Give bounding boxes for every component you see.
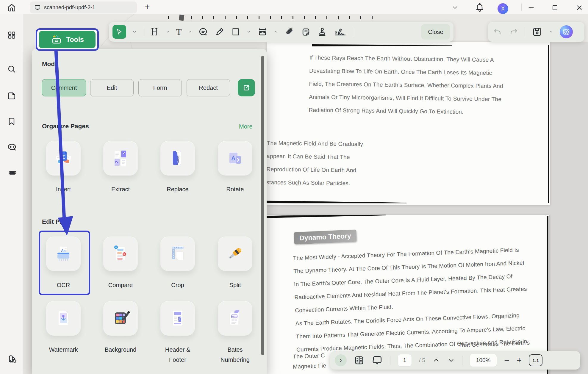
extract-icon	[111, 149, 130, 168]
edit-section-title: Edit PDF	[42, 218, 68, 225]
rotate-icon: A	[226, 149, 245, 168]
organize-section-title: Organize Pages	[42, 123, 89, 130]
scan-edge-mark	[179, 15, 184, 21]
tile-extract[interactable]	[103, 141, 138, 176]
divider	[353, 27, 353, 36]
tile-background[interactable]	[103, 301, 138, 336]
mode-form-button[interactable]: Form	[138, 79, 182, 96]
redo-icon[interactable]	[509, 27, 518, 37]
undo-icon[interactable]	[493, 27, 502, 37]
tile-watermark[interactable]	[46, 301, 81, 336]
avatar[interactable]: X	[498, 3, 508, 14]
comments-icon[interactable]	[7, 142, 17, 152]
actual-size-button[interactable]: 1:1	[529, 354, 542, 366]
tools-button[interactable]: Tools	[39, 31, 96, 48]
stamp-tool-icon[interactable]	[317, 27, 327, 37]
pencil-tool-icon[interactable]	[215, 27, 225, 37]
tile-bates-numbering[interactable]: 000123	[218, 301, 252, 336]
notification-bell-icon[interactable]	[475, 2, 484, 12]
page1-paragraph: If These Rays Reach The Earth Without Ob…	[309, 51, 503, 119]
page-number-input[interactable]: 1	[398, 354, 412, 367]
select-tool-button[interactable]	[112, 25, 126, 39]
attachments-icon[interactable]	[7, 168, 17, 179]
apps-grid-icon[interactable]	[7, 30, 16, 40]
shape-tool-icon[interactable]	[231, 27, 240, 37]
close-window-icon[interactable]	[576, 4, 583, 12]
chevron-down-icon[interactable]	[132, 30, 137, 34]
zoom-level-button[interactable]: 100%	[470, 354, 497, 367]
organize-more-link[interactable]: More	[239, 123, 253, 130]
cursor-arrow-icon	[115, 28, 123, 36]
text-tool-button[interactable]: T	[176, 27, 182, 37]
expand-panel-button[interactable]: ›	[335, 354, 347, 366]
tile-insert[interactable]	[46, 141, 81, 176]
zoom-out-button[interactable]: −	[504, 355, 509, 365]
attachment-tool-icon[interactable]	[284, 27, 295, 37]
tile-label: Rotate	[212, 184, 258, 194]
title-bar: scanned-pdf-updf-2-1 + X	[0, 0, 588, 14]
scan-edge	[312, 44, 452, 46]
heading-icon	[149, 27, 159, 37]
scan-edge-ticks	[168, 16, 374, 19]
chevron-down-icon[interactable]	[188, 30, 192, 34]
next-page-icon[interactable]	[447, 356, 455, 364]
chevron-down-icon[interactable]	[274, 30, 278, 34]
search-icon[interactable]	[7, 64, 16, 74]
document-tab[interactable]: scanned-pdf-updf-2-1	[30, 1, 137, 13]
tile-label: Insert	[40, 184, 87, 194]
comment-tool-icon[interactable]	[198, 27, 208, 37]
previous-page-icon[interactable]	[432, 356, 440, 364]
tile-split[interactable]	[218, 237, 252, 271]
chevron-down-icon[interactable]	[166, 30, 170, 34]
page2-paragraph: The Most Widely - Accepted Theory For Th…	[293, 243, 529, 356]
insert-icon	[54, 149, 73, 168]
page-navigation-bar: › 1 / 5 100% − + 1:1	[330, 351, 580, 370]
crop-icon	[168, 244, 187, 263]
tile-label: Split	[212, 280, 258, 290]
history-save-toolbar	[488, 22, 584, 42]
pages-icon[interactable]	[7, 90, 16, 100]
panel-scrollbar[interactable]	[261, 56, 264, 355]
tile-replace[interactable]	[160, 141, 195, 176]
save-icon[interactable]	[532, 26, 542, 37]
tile-label: Extract	[97, 184, 144, 194]
bookmark-icon[interactable]	[7, 117, 16, 126]
tile-compare[interactable]	[103, 237, 138, 271]
chevron-down-icon[interactable]	[452, 4, 458, 11]
minimize-icon[interactable]	[527, 4, 535, 12]
close-toolbar-button[interactable]: Close	[421, 24, 450, 40]
signature-tool-icon[interactable]	[334, 27, 347, 37]
divider	[390, 356, 390, 365]
home-icon[interactable]	[7, 2, 17, 12]
tile-crop[interactable]	[160, 237, 195, 271]
compare-icon	[111, 244, 130, 263]
measure-tool-icon[interactable]	[257, 26, 268, 37]
tile-rotate[interactable]: A	[218, 141, 252, 176]
new-tab-button[interactable]: +	[145, 2, 150, 12]
chevron-down-icon[interactable]	[247, 30, 251, 34]
maximize-icon[interactable]	[551, 4, 559, 12]
scan-edge	[547, 216, 548, 374]
thumbnail-view-icon[interactable]	[354, 355, 365, 366]
tile-label: Background	[97, 345, 144, 355]
brand-swatch-icon[interactable]	[7, 354, 17, 364]
heading-tool-button[interactable]	[149, 27, 159, 37]
mode-comment-button[interactable]: Comment	[42, 79, 86, 96]
ai-assistant-button[interactable]	[560, 25, 573, 38]
page2-heading-badge: Dynamo Theory	[294, 230, 356, 245]
chevron-down-icon[interactable]	[549, 30, 553, 34]
ai-swirl-icon	[562, 27, 571, 36]
mode-redact-button[interactable]: Redact	[187, 79, 230, 96]
divider	[462, 356, 462, 365]
tile-label: Compare	[97, 280, 144, 290]
presentation-mode-icon[interactable]	[372, 355, 383, 366]
tile-header-footer[interactable]	[160, 301, 195, 336]
scan-edge	[267, 214, 386, 218]
sticker-tool-icon[interactable]	[301, 27, 311, 37]
zoom-in-button[interactable]: +	[517, 355, 522, 365]
svg-text:000123: 000123	[231, 315, 238, 317]
mode-edit-button[interactable]: Edit	[90, 79, 134, 96]
background-icon	[111, 309, 130, 328]
open-in-new-window-button[interactable]	[238, 79, 255, 96]
tile-label: Replace	[154, 184, 201, 194]
